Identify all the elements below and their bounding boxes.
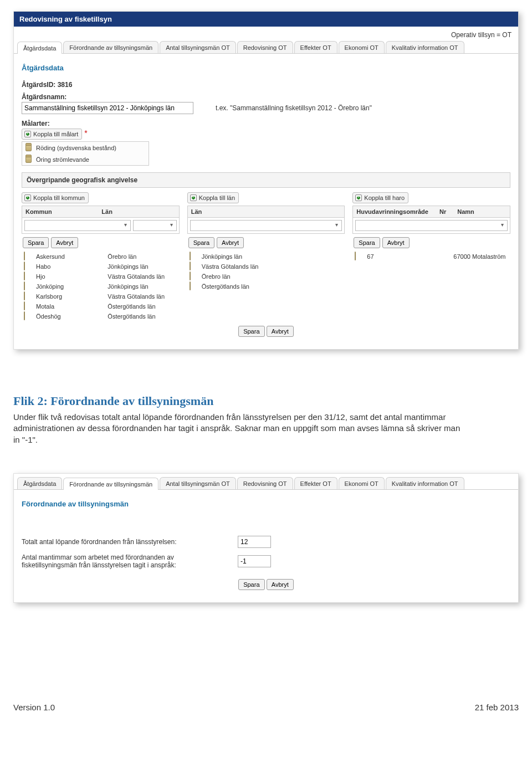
trash-icon[interactable] (24, 263, 25, 270)
avbryt-button[interactable]: Avbryt (382, 237, 410, 248)
lan-cell: Örebro län (202, 273, 343, 280)
koppla-haro-button[interactable]: Koppla till haro (352, 192, 408, 203)
page-spara-button[interactable]: Spara (238, 326, 264, 337)
malarter-list: Röding (sydsvenska bestånd) Öring ströml… (22, 141, 149, 166)
tab-ekonomi-ot[interactable]: Ekonomi OT (339, 41, 385, 53)
trash-icon[interactable] (24, 312, 25, 320)
koppla-kommun-button[interactable]: Koppla till kommun (22, 192, 89, 203)
page-avbryt-button[interactable]: Avbryt (267, 326, 294, 337)
page-footer: Version 1.0 21 feb 2013 (13, 703, 519, 723)
table-row: ÖdeshögÖstergötlands län (22, 311, 180, 321)
table-row: HjoVästra Götalands län (22, 271, 180, 281)
col-kommun: Kommun (25, 208, 99, 215)
trash-icon[interactable] (24, 303, 25, 310)
table-row: HaboJönköpings län (22, 262, 180, 271)
col-namn: Namn (457, 208, 507, 215)
tab-strip-2: Åtgärdsdata Förordnande av tillsyningsmä… (14, 474, 518, 490)
trash-icon[interactable] (25, 144, 32, 151)
trash-icon[interactable] (24, 273, 25, 280)
haro-filter-select[interactable] (355, 220, 508, 231)
kommun-cell: Ödeshög (36, 313, 105, 320)
col-nr: Nr (431, 208, 455, 215)
koppla-malart-button[interactable]: Koppla till målart (22, 129, 82, 140)
plus-icon (24, 131, 31, 137)
list-item: Öring strömlevande (22, 153, 149, 165)
required-asterisk: * (84, 129, 87, 137)
haro-column: Koppla till haro Huvudavrinningsområde N… (352, 192, 510, 321)
tab-ekonomi-ot[interactable]: Ekonomi OT (339, 477, 385, 489)
lan-cell: Jönköpings län (108, 283, 177, 290)
tab-antal-ot[interactable]: Antal tillsyningsmän OT (160, 477, 236, 489)
species-name: Öring strömlevande (36, 156, 89, 163)
avbryt-button[interactable]: Avbryt (217, 237, 244, 248)
tab-forordnande[interactable]: Förordnande av tillsyningsmän (63, 41, 158, 53)
tab-redovisning-ot[interactable]: Redovisning OT (237, 41, 293, 53)
footer-version: Version 1.0 (13, 703, 55, 712)
tab-redovisning-ot[interactable]: Redovisning OT (237, 477, 293, 489)
field1-input[interactable] (238, 536, 271, 548)
table-row: Örebro län (187, 271, 345, 281)
table-row: Västra Götalands län (187, 262, 345, 271)
trash-icon[interactable] (24, 283, 25, 290)
kommun-cell: Jönköping (36, 283, 105, 290)
tab-kvalitativ-ot[interactable]: Kvalitativ information OT (386, 477, 464, 489)
trash-icon[interactable] (24, 293, 25, 300)
page2-avbryt-button[interactable]: Avbryt (267, 579, 294, 590)
trash-icon[interactable] (190, 263, 191, 270)
koppla-lan-button[interactable]: Koppla till län (187, 192, 239, 203)
trash-icon[interactable] (25, 156, 32, 163)
atgards-id-label: ÅtgärdsID: 3816 (22, 81, 510, 89)
tab-atgardsdata[interactable]: Åtgärdsdata (17, 42, 62, 54)
kommun-cell: Karlsborg (36, 293, 105, 300)
lan-cell: Jönköpings län (202, 253, 343, 260)
table-row: KarlsborgVästra Götalands län (22, 291, 180, 301)
spara-button[interactable]: Spara (188, 237, 214, 248)
table-row: Jönköpings län (187, 252, 345, 262)
trash-icon[interactable] (355, 253, 356, 260)
page2-spara-button[interactable]: Spara (238, 579, 264, 590)
trash-icon[interactable] (190, 253, 191, 260)
lan-only-filter-select[interactable] (190, 220, 342, 231)
atgardsnamn-hint: t.ex. "Sammanställning fisketillsyn 2012… (216, 104, 372, 112)
kommun-cell: Hjo (36, 273, 105, 280)
lan-cell: Östergötlands län (108, 313, 177, 320)
lan-cell: Västra Götalands län (202, 263, 343, 270)
field2-input[interactable] (238, 555, 271, 567)
legend-note: Operativ tillsyn = OT (14, 27, 518, 41)
lan-cell: Örebro län (108, 253, 177, 260)
tab-forordnande[interactable]: Förordnande av tillsyningsmän (63, 478, 158, 490)
tab-effekter-ot[interactable]: Effekter OT (294, 41, 337, 53)
trash-icon[interactable] (24, 253, 25, 260)
table-row: Östergötlands län (187, 281, 345, 291)
lan-filter-select[interactable] (133, 220, 176, 231)
lan-cell: Jönköpings län (108, 263, 177, 270)
kommun-filter-select[interactable] (24, 220, 131, 231)
screenshot-1: Redovisning av fisketillsyn Operativ til… (13, 11, 519, 350)
tab-kvalitativ-ot[interactable]: Kvalitativ information OT (386, 41, 464, 53)
kommun-cell: Motala (36, 303, 105, 310)
tab-effekter-ot[interactable]: Effekter OT (294, 477, 337, 489)
lan-cell: Östergötlands län (202, 283, 343, 290)
koppla-haro-label: Koppla till haro (364, 194, 405, 201)
spara-button[interactable]: Spara (354, 237, 380, 248)
tab-atgardsdata[interactable]: Åtgärdsdata (17, 477, 62, 489)
col-huvud: Huvudavrinningsområde (356, 208, 428, 215)
spara-button[interactable]: Spara (23, 237, 49, 248)
haro-cell: 67 (367, 253, 422, 260)
trash-icon[interactable] (190, 273, 191, 280)
tab-antal-ot[interactable]: Antal tillsyningsmän OT (160, 41, 236, 53)
narrative-paragraph: Under flik två redovisas totalt antal lö… (13, 412, 468, 445)
tab-strip-1: Åtgärdsdata Förordnande av tillsyningsmä… (14, 41, 518, 54)
plus-icon (24, 194, 31, 201)
species-name: Röding (sydsvenska bestånd) (36, 145, 116, 151)
koppla-lan-label: Koppla till län (199, 194, 235, 201)
malarter-label: Målarter: (22, 120, 510, 127)
field2-label: Antal mantimmar som arbetet med förordna… (22, 554, 221, 569)
avbryt-button[interactable]: Avbryt (51, 237, 78, 248)
lan-cell: Västra Götalands län (108, 293, 177, 300)
atgardsnamn-input[interactable] (22, 102, 193, 114)
window-title: Redovisning av fisketillsyn (14, 12, 518, 27)
namn-cell: 67000 Motalaström (453, 253, 508, 260)
kommun-column: Koppla till kommun Kommun Län Spara Avbr… (22, 192, 180, 321)
trash-icon[interactable] (190, 283, 191, 290)
